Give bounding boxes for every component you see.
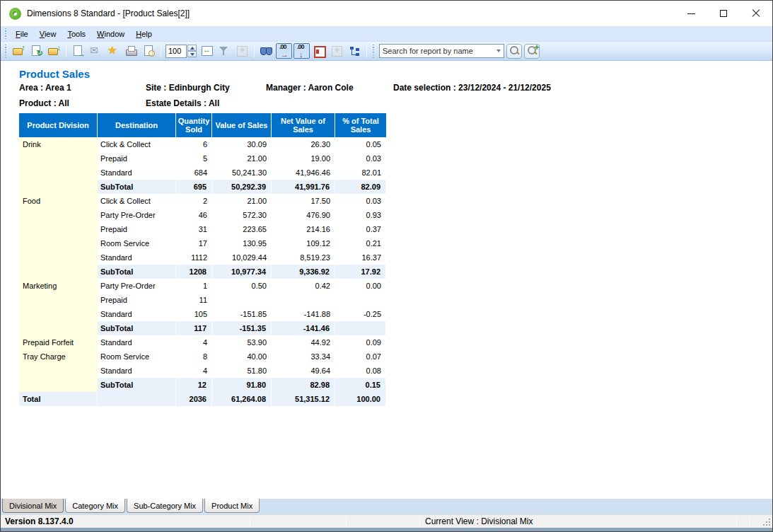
zoom-down-button[interactable]	[187, 51, 197, 57]
maximize-button[interactable]	[707, 1, 740, 26]
add-view-button	[329, 43, 345, 59]
cell-value-of-sales: 91.80	[212, 378, 272, 392]
minimize-button[interactable]	[675, 1, 707, 26]
cell-net-value-of-sales: -141.88	[272, 307, 335, 321]
cell-division	[19, 222, 98, 236]
toolbar-separator	[366, 45, 367, 57]
cell-net-value-of-sales: 17.50	[272, 194, 335, 208]
zoom-up-button[interactable]	[187, 45, 197, 51]
table-header-row: Product DivisionDestinationQuantity Sold…	[19, 113, 386, 137]
chart-view-button[interactable]	[311, 43, 327, 59]
search-button[interactable]	[506, 44, 522, 59]
cell-destination: SubTotal	[98, 180, 176, 194]
close-button[interactable]	[740, 1, 772, 26]
toolbar-separator	[254, 45, 255, 57]
save-report-button[interactable]	[46, 43, 62, 59]
chevron-down-icon	[496, 50, 501, 52]
print-preview-button[interactable]	[141, 43, 157, 59]
toolbar-separator	[161, 45, 161, 57]
cell-division	[19, 250, 98, 265]
window-bottom-edge	[1, 528, 772, 531]
cell-net-value-of-sales: 51,315.12	[272, 392, 335, 406]
cell-value-of-sales	[212, 293, 272, 307]
cell-value-of-sales: 40.00	[212, 349, 272, 364]
decimal-arrow-right-icon	[278, 45, 290, 57]
fit-width-button[interactable]	[199, 43, 215, 59]
table-row: Prepaid31223.65214.160.37	[19, 222, 386, 236]
decimal-decrease-button[interactable]	[293, 43, 310, 59]
menu-help[interactable]: Help	[130, 28, 158, 40]
tab-product-mix[interactable]: Product Mix	[204, 499, 260, 513]
menu-grip[interactable]	[4, 28, 8, 39]
cell-quantity-sold: 5	[176, 151, 212, 166]
cell-division: Tray Charge	[19, 349, 98, 364]
add-window-button	[234, 43, 250, 59]
filter-estate-details: Estate Details : All	[146, 98, 266, 108]
advanced-search-button[interactable]: +	[524, 44, 540, 59]
decimal-increase-button[interactable]	[276, 43, 292, 59]
table-body: DrinkClick & Collect630.0926.300.05Prepa…	[19, 137, 386, 406]
cell-division	[19, 166, 98, 180]
table-row: SubTotal117-151.35-141.46	[19, 321, 386, 335]
menu-window[interactable]: Window	[91, 28, 130, 40]
favourite-button[interactable]	[105, 43, 122, 59]
search-dropdown-button[interactable]	[493, 45, 504, 57]
cell-quantity-sold: 684	[176, 166, 212, 180]
cell-division	[19, 236, 98, 250]
open-report-button[interactable]	[11, 43, 27, 59]
table-row: Standard111210,029.448,519.2316.37	[19, 250, 386, 265]
cell-value-of-sales: 50,241.30	[212, 166, 272, 180]
cell-quantity-sold: 2	[176, 194, 212, 208]
find-button[interactable]	[258, 43, 274, 59]
report-filters-row2: Product : All Estate Details : All	[19, 98, 266, 108]
email-button[interactable]	[88, 43, 104, 59]
tab-category-mix[interactable]: Category Mix	[65, 499, 125, 513]
filter-area: Area : Area 1	[19, 83, 146, 93]
table-row: Prepaid521.0019.000.03	[19, 151, 386, 166]
cell-destination: Party Pre-Order	[98, 208, 176, 222]
cell-destination: Standard	[98, 250, 176, 265]
cell-net-value-of-sales	[272, 293, 335, 307]
star-icon	[107, 45, 120, 57]
refresh-button[interactable]	[28, 43, 45, 59]
cell-pct-of-total-sales: 0.93	[335, 208, 386, 222]
toolbar-grip[interactable]	[4, 45, 8, 57]
cell-net-value-of-sales: 476.90	[272, 208, 335, 222]
cell-destination: Room Service	[98, 236, 176, 250]
resize-grip[interactable]	[763, 519, 770, 526]
tab-divisional-mix[interactable]: Divisional Mix	[2, 499, 64, 513]
column-header-product-division: Product Division	[19, 113, 98, 137]
cell-division	[19, 265, 98, 279]
minimize-icon	[687, 13, 695, 14]
cell-division	[19, 151, 98, 166]
search-input[interactable]	[380, 45, 493, 57]
column-header-value-of-sales: Value of Sales	[212, 113, 272, 137]
zoom-level-input[interactable]	[165, 45, 187, 58]
menu-tools[interactable]: Tools	[62, 28, 91, 40]
cell-quantity-sold: 6	[176, 137, 212, 151]
cell-quantity-sold: 8	[176, 349, 212, 364]
menu-view[interactable]: View	[34, 28, 62, 40]
toolbar: +	[1, 42, 772, 61]
cell-pct-of-total-sales: 82.01	[335, 166, 386, 180]
table-row: Tray ChargeRoom Service840.0033.340.07	[19, 349, 386, 364]
cell-division	[19, 307, 98, 321]
search-grip[interactable]	[372, 45, 376, 57]
print-button[interactable]	[123, 43, 139, 59]
filter-button[interactable]	[216, 43, 233, 59]
cell-value-of-sales: 30.09	[212, 137, 272, 151]
export-button[interactable]	[70, 43, 86, 59]
email-icon	[90, 45, 102, 57]
cell-quantity-sold: 17	[176, 236, 212, 250]
tree-view-button[interactable]	[347, 43, 363, 59]
cell-quantity-sold: 105	[176, 307, 212, 321]
tab-sub-category-mix[interactable]: Sub-Category Mix	[127, 499, 203, 513]
table-row: FoodClick & Collect221.0017.500.03	[19, 194, 386, 208]
cell-pct-of-total-sales: 0.07	[335, 349, 386, 364]
menu-file[interactable]: File	[10, 28, 34, 40]
zoom-spinner	[187, 45, 197, 57]
table-row: SubTotal1291.8082.980.15	[19, 378, 386, 392]
export-icon	[72, 45, 84, 57]
app-logo-icon	[9, 8, 21, 20]
cell-division	[19, 321, 98, 335]
